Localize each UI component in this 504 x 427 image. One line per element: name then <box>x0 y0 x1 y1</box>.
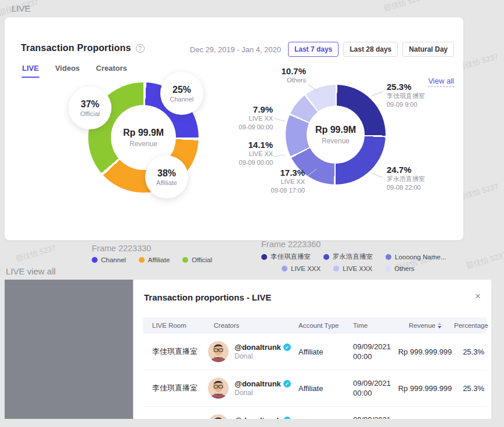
col-time: Time <box>344 322 396 329</box>
legend-dot-icon <box>182 257 188 263</box>
account-type-cell: Affiliate <box>289 384 344 393</box>
percentage-cell: 25.3% <box>454 348 487 356</box>
creator-name: Donal <box>235 352 253 360</box>
room1-slice-label: 25.3% 李佳琪直播室 09-09 9:00 <box>387 83 425 108</box>
legend-label: Official <box>192 256 212 263</box>
last-28-days-button[interactable]: Last 28 days <box>343 42 398 57</box>
account-type-cell: Affiliate <box>289 348 344 356</box>
revenue-value: Rp 99.9M <box>315 125 356 135</box>
legend-dot-icon <box>282 266 287 272</box>
natural-day-button[interactable]: Natural Day <box>402 42 454 57</box>
revenue-cell: Rp 999.999.999 <box>396 384 454 393</box>
help-icon[interactable]: ? <box>136 44 145 53</box>
frame-label: Frame 2223360 <box>261 240 459 249</box>
room2-slice-label: 24.7% 罗永浩直播室 09-08 22:00 <box>387 166 425 191</box>
col-account-type: Account Type <box>289 322 344 329</box>
revenue-cell: Rp 999.999.999 <box>396 348 454 356</box>
table-header-row: LIVE Room Creators Account Type Time Rev… <box>143 317 487 334</box>
percentage-cell: 25.3% <box>454 384 487 393</box>
creator-handle[interactable]: @donaltrunk <box>235 416 281 419</box>
view-all-link[interactable]: View all <box>428 77 454 87</box>
table-body: 李佳琪直播室 @donaltrunk ✓ D <box>143 334 487 419</box>
sort-icon[interactable] <box>438 323 441 328</box>
leader-line <box>273 118 285 122</box>
time-cell: 09/09/2021 00:00 <box>344 342 396 361</box>
date-range-controls: Dec 29, 2019 - Jan 4, 2020 Last 7 days L… <box>190 42 454 57</box>
leader-line <box>273 154 285 157</box>
legend-dot-icon <box>385 266 391 272</box>
col-revenue[interactable]: Revenue <box>396 322 454 329</box>
legend-dot-icon <box>386 254 391 260</box>
legend-label: LIVE XXX <box>291 265 321 272</box>
transaction-proportions-card: Transaction Proportions ? Dec 29, 2019 -… <box>5 17 463 240</box>
legend-label: Loooong Name... <box>395 254 446 260</box>
creator-name: Donal <box>235 389 253 397</box>
col-percentage: Percentage <box>454 322 487 329</box>
last-7-days-button[interactable]: Last 7 days <box>288 42 339 57</box>
live-room-cell: 李佳琪直播室 <box>143 346 204 357</box>
time-cell: 09/09/2021 00:00 <box>344 378 396 398</box>
revenue-value: Rp 99.9M <box>123 128 164 138</box>
creator-cell: @donaltrunk ✓ Donal <box>204 378 289 399</box>
legend-dot-icon <box>92 257 98 263</box>
modal-backdrop <box>5 280 133 419</box>
watermark: 邵佳怡 5237 <box>383 0 426 14</box>
tab-live[interactable]: LIVE <box>22 64 39 73</box>
legend-item[interactable]: 罗永浩直播室 <box>323 252 373 261</box>
watermark: 邵佳怡 5237 <box>15 243 57 264</box>
modal-title: Transaction proportions - LIVE <box>144 292 271 302</box>
room5-slice-label: 7.9% LIVE XX 09-09 00:00 <box>222 106 273 131</box>
chart-tabs: LIVE Videos Creators <box>22 64 127 73</box>
table-row[interactable]: 李佳琪直播室 @donaltrunk ✓ D <box>143 407 487 419</box>
creator-handle[interactable]: @donaltrunk <box>235 343 281 352</box>
tab-videos[interactable]: Videos <box>55 64 80 73</box>
date-range-text: Dec 29, 2019 - Jan 4, 2020 <box>190 45 281 54</box>
legend-item[interactable]: Affiliate <box>139 256 170 263</box>
figma-canvas: 邵佳怡 5237 邵佳怡 5237 邵佳怡 5237 邵佳怡 5237 邵佳怡 … <box>0 0 504 427</box>
transaction-proportions-modal: Transaction proportions - LIVE × LIVE Ro… <box>134 280 491 419</box>
others-slice-label: 10.7% Others <box>255 67 306 84</box>
legend-dot-icon <box>261 254 267 260</box>
table-row[interactable]: 李佳琪直播室 @donaltrunk ✓ D <box>143 370 487 407</box>
table-row[interactable]: 李佳琪直播室 @donaltrunk ✓ D <box>143 334 487 370</box>
legend-item[interactable]: LIVE XXX <box>333 265 372 272</box>
official-slice-label: 37% Official <box>69 86 111 129</box>
live-room-cell: 李佳琪直播室 <box>143 383 204 393</box>
revenue-label: Revenue <box>129 140 157 148</box>
channel-slice-label: 25% Channel <box>160 72 203 115</box>
revenue-label: Revenue <box>322 137 350 145</box>
verified-badge-icon: ✓ <box>283 417 291 419</box>
legend-item[interactable]: Others <box>385 265 415 272</box>
legend-label: Others <box>394 265 415 272</box>
col-creators: Creators <box>204 322 289 329</box>
creator-avatar <box>208 414 229 419</box>
watermark: 邵佳怡 5237 <box>465 249 504 271</box>
room3-slice-label: 17.3% LIVE XX 09-09 17:00 <box>254 169 305 194</box>
frame-label: Frame 2223330 <box>92 244 225 253</box>
legend-label: 罗永浩直播室 <box>333 252 373 261</box>
legend-label: 李佳琪直播室 <box>271 252 311 261</box>
legend-label: Channel <box>101 256 126 263</box>
legend-label: LIVE XXX <box>343 265 372 272</box>
legend-item[interactable]: 李佳琪直播室 <box>261 252 311 261</box>
transactions-table: LIVE Room Creators Account Type Time Rev… <box>143 317 487 419</box>
legend-label: Affiliate <box>148 256 170 263</box>
creator-avatar <box>208 378 229 399</box>
tab-creators[interactable]: Creators <box>96 64 127 73</box>
card-title: Transaction Proportions <box>21 43 131 53</box>
donut-center: Rp 99.9M Revenue <box>307 106 365 164</box>
col-live-room: LIVE Room <box>143 322 204 329</box>
legend-dot-icon <box>139 257 145 263</box>
creator-cell: @donaltrunk ✓ Donal <box>204 341 289 362</box>
frame-label-live-view-all: LIVE view all <box>6 266 56 276</box>
legend-item[interactable]: Official <box>182 256 212 263</box>
legend-item[interactable]: LIVE XXX <box>282 265 321 272</box>
legend-dot-icon <box>323 254 329 260</box>
creator-avatar <box>208 341 229 362</box>
leader-line <box>372 173 383 178</box>
close-icon[interactable]: × <box>475 291 481 301</box>
creator-handle[interactable]: @donaltrunk <box>235 379 281 388</box>
legend-item[interactable]: Loooong Name... <box>386 254 446 260</box>
affiliate-slice-label: 38% Affiliate <box>145 155 188 198</box>
legend-item[interactable]: Channel <box>92 256 126 263</box>
